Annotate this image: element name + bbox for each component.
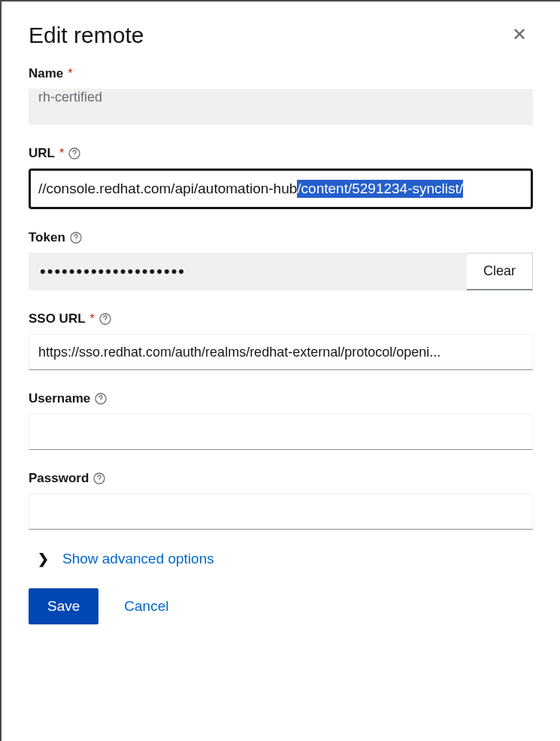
name-input-value: rh-certified: [38, 90, 102, 105]
modal-footer: Save Cancel: [29, 588, 533, 624]
edit-remote-modal: Edit remote ✕ Name * rh-certified URL * …: [2, 2, 560, 645]
token-label-text: Token: [29, 230, 65, 245]
required-indicator-icon: *: [68, 67, 72, 80]
url-field-group: URL * //console.redhat.com/api/automatio…: [29, 146, 533, 209]
required-indicator-icon: *: [90, 312, 95, 326]
svg-point-5: [104, 321, 105, 322]
svg-point-7: [101, 401, 101, 402]
modal-title: Edit remote: [29, 23, 144, 48]
username-input[interactable]: [29, 414, 533, 450]
token-row: •••••••••••••••••••• Clear: [29, 253, 533, 290]
required-indicator-icon: *: [59, 147, 64, 160]
svg-point-1: [74, 156, 75, 156]
chevron-right-icon: ❯: [38, 552, 49, 566]
username-field-group: Username: [29, 391, 533, 450]
close-icon: ✕: [512, 24, 527, 44]
modal-header: Edit remote ✕: [29, 23, 533, 48]
help-icon[interactable]: [70, 232, 82, 244]
url-label: URL *: [29, 146, 533, 161]
token-input[interactable]: ••••••••••••••••••••: [29, 253, 467, 290]
name-label-text: Name: [29, 66, 63, 81]
help-icon[interactable]: [95, 393, 107, 405]
password-field-group: Password: [29, 471, 533, 530]
token-masked-value: ••••••••••••••••••••: [40, 262, 186, 281]
sso-url-label: SSO URL *: [29, 311, 533, 326]
sso-url-label-text: SSO URL: [29, 311, 86, 326]
url-input[interactable]: //console.redhat.com/api/automation-hub/…: [29, 169, 533, 209]
sso-url-field-group: SSO URL *: [29, 311, 533, 370]
svg-point-3: [75, 240, 76, 241]
token-field-group: Token •••••••••••••••••••• Clear: [29, 230, 533, 290]
advanced-toggle-label: Show advanced options: [62, 551, 214, 567]
password-input[interactable]: [29, 493, 533, 530]
password-label-text: Password: [29, 471, 89, 486]
help-icon[interactable]: [99, 313, 111, 325]
help-icon[interactable]: [68, 147, 80, 159]
username-label: Username: [29, 391, 533, 406]
help-icon[interactable]: [93, 472, 105, 484]
password-label: Password: [29, 471, 533, 486]
url-label-text: URL: [29, 146, 55, 161]
svg-point-9: [99, 481, 100, 481]
name-field-group: Name * rh-certified: [29, 66, 533, 125]
save-button[interactable]: Save: [29, 588, 98, 624]
token-label: Token: [29, 230, 533, 245]
sso-url-input[interactable]: [29, 334, 533, 370]
username-label-text: Username: [29, 391, 90, 406]
advanced-toggle-row[interactable]: ❯ Show advanced options: [38, 551, 533, 567]
url-input-prefix: //console.redhat.com/api/automation-hub: [38, 181, 297, 197]
url-input-selection: /content/5291234-synclist/: [297, 180, 463, 198]
name-label: Name *: [29, 66, 533, 81]
cancel-button[interactable]: Cancel: [124, 598, 168, 615]
clear-token-button[interactable]: Clear: [467, 253, 533, 290]
name-input[interactable]: rh-certified: [29, 89, 533, 125]
close-button[interactable]: ✕: [506, 23, 533, 47]
